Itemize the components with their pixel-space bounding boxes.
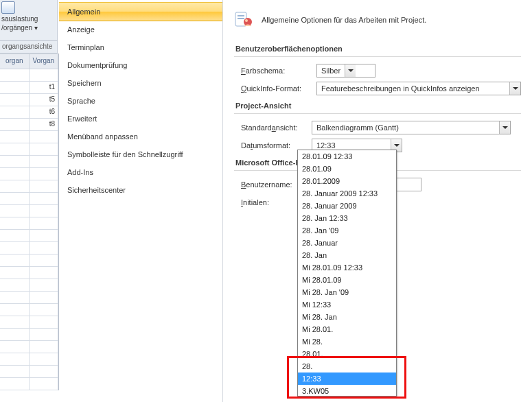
table-row[interactable] — [0, 316, 58, 329]
sidebar-item-add-ins[interactable]: Add-Ins — [59, 163, 222, 181]
table-cell — [0, 180, 30, 192]
ribbon-icon — [1, 1, 15, 14]
table-row[interactable] — [0, 279, 58, 292]
table-cell — [30, 143, 59, 155]
dropdown-option[interactable]: 12:33 — [298, 373, 396, 385]
dropdown-option[interactable]: 28. — [298, 360, 396, 373]
table-row[interactable] — [0, 143, 58, 156]
table-cell — [30, 292, 59, 303]
table-row[interactable]: t1 — [0, 82, 58, 94]
table-row[interactable] — [0, 255, 58, 267]
ribbon-fragment: sauslastung /orgängen ▾ — [0, 0, 58, 41]
dropdown-option[interactable]: 28. Jan — [298, 249, 396, 261]
table-cell — [0, 292, 30, 303]
dropdown-option[interactable]: 28.01.09 12:33 — [298, 150, 396, 163]
grid-col-0[interactable]: organ — [0, 54, 30, 69]
table-cell — [0, 341, 30, 353]
table-row[interactable] — [0, 242, 58, 255]
table-cell — [0, 143, 30, 155]
table-row[interactable] — [0, 193, 58, 205]
table-cell — [0, 82, 30, 93]
dropdown-option[interactable]: Mi 12:33 — [298, 298, 396, 311]
sidebar-item-terminplan[interactable]: Terminplan — [59, 38, 222, 56]
table-cell — [30, 329, 59, 340]
table-row[interactable] — [0, 69, 58, 82]
table-row[interactable] — [0, 131, 58, 143]
svg-rect-1 — [238, 15, 244, 16]
sidebar-item-sicherheitscenter[interactable]: Sicherheitscenter — [59, 181, 222, 199]
quickinfo-label: QuickInfo-Format: — [241, 84, 316, 93]
table-row[interactable] — [0, 292, 58, 304]
table-cell — [0, 279, 30, 291]
table-cell: t1 — [30, 82, 59, 93]
ribbon-group-label: organgsansichte — [0, 41, 58, 54]
table-cell: t5 — [30, 94, 59, 106]
sidebar-item-dokumentpr-fung[interactable]: Dokumentprüfung — [59, 56, 222, 74]
dropdown-option[interactable]: 28.01. — [298, 348, 396, 360]
dropdown-option[interactable]: 28. Januar 2009 12:33 — [298, 187, 396, 200]
dropdown-option[interactable]: 28. Januar 2009 — [298, 200, 396, 212]
table-row[interactable] — [0, 205, 58, 217]
quickinfo-combo[interactable]: Featurebeschreibungen in QuickInfos anze… — [316, 82, 521, 95]
table-row[interactable] — [0, 217, 58, 230]
section-project-view: Project-Ansicht — [234, 99, 521, 114]
svg-point-4 — [245, 19, 248, 22]
table-row[interactable] — [0, 378, 58, 390]
table-row[interactable]: t6 — [0, 106, 58, 119]
table-cell — [30, 341, 59, 353]
dropdown-option[interactable]: Mi 28. Jan '09 — [298, 286, 396, 298]
dropdown-option[interactable]: 28. Januar — [298, 237, 396, 249]
table-cell — [30, 304, 59, 316]
sidebar-item-men-band-anpassen[interactable]: Menüband anpassen — [59, 128, 222, 145]
dropdown-option[interactable]: 3.KW05 — [298, 385, 396, 397]
main-title: Allgemeine Optionen für das Arbeiten mit… — [262, 16, 426, 24]
table-cell — [30, 131, 59, 143]
task-grid: organ Vorgan t1t5t6t8 — [0, 54, 59, 390]
farbschema-combo[interactable]: Silber — [316, 64, 375, 78]
sidebar-item-erweitert[interactable]: Erweitert — [59, 110, 222, 128]
table-cell — [30, 316, 59, 328]
dropdown-option[interactable]: 28. Jan 12:33 — [298, 212, 396, 224]
table-row[interactable] — [0, 267, 58, 279]
table-cell — [30, 353, 59, 365]
table-cell — [0, 193, 30, 204]
table-cell — [30, 205, 59, 217]
dropdown-option[interactable]: Mi 28. — [298, 335, 396, 348]
table-row[interactable] — [0, 366, 58, 378]
datumsformat-dropdown[interactable]: 28.01.09 12:3328.01.0928.01.200928. Janu… — [297, 150, 397, 397]
table-row[interactable] — [0, 230, 58, 242]
table-cell — [30, 366, 59, 377]
table-row[interactable] — [0, 180, 58, 193]
dropdown-option[interactable]: 28.01.2009 — [298, 175, 396, 187]
grid-col-1[interactable]: Vorgan — [30, 54, 59, 69]
table-row[interactable] — [0, 341, 58, 353]
initialen-label: Initialen: — [241, 198, 305, 206]
table-row[interactable]: t8 — [0, 119, 58, 131]
sidebar-item-symbolleiste-f-r-den-schnellzugriff[interactable]: Symbolleiste für den Schnellzugriff — [59, 145, 222, 163]
dropdown-option[interactable]: Mi 28.01. — [298, 323, 396, 335]
dropdown-option[interactable]: 28. Jan '09 — [298, 224, 396, 237]
sidebar-item-speichern[interactable]: Speichern — [59, 74, 222, 92]
table-row[interactable] — [0, 156, 58, 168]
dropdown-option[interactable]: Mi 28.01.09 12:33 — [298, 261, 396, 274]
table-cell — [0, 156, 30, 167]
ribbon-label-2[interactable]: /orgängen ▾ — [1, 24, 56, 32]
sidebar-item-allgemein[interactable]: Allgemein — [59, 2, 222, 21]
sidebar-item-anzeige[interactable]: Anzeige — [59, 21, 222, 38]
table-row[interactable] — [0, 329, 58, 341]
table-row[interactable] — [0, 353, 58, 366]
grid-header: organ Vorgan — [0, 54, 58, 69]
table-cell — [30, 279, 59, 291]
table-row[interactable] — [0, 304, 58, 316]
dropdown-option[interactable]: Mi 28.01.09 — [298, 274, 396, 286]
sidebar-item-sprache[interactable]: Sprache — [59, 92, 222, 110]
options-header-icon — [234, 10, 255, 30]
table-cell — [0, 353, 30, 365]
farbschema-value: Silber — [317, 67, 345, 75]
dropdown-option[interactable]: 28.01.09 — [298, 163, 396, 175]
table-row[interactable] — [0, 168, 58, 180]
dropdown-option[interactable]: Mi 28. Jan — [298, 311, 396, 323]
table-row[interactable]: t5 — [0, 94, 58, 106]
farbschema-label: Farbschema: — [241, 67, 316, 75]
standardansicht-combo[interactable]: Balkendiagramm (Gantt) — [312, 121, 511, 134]
